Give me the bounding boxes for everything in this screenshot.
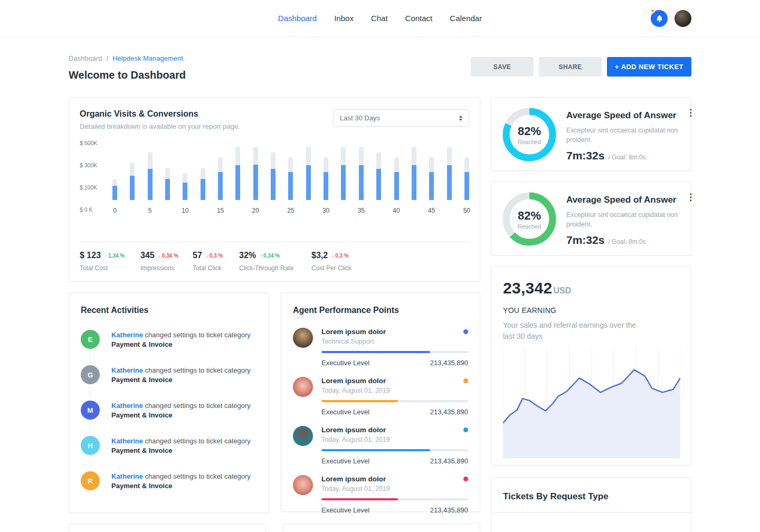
bars-area <box>112 141 469 200</box>
agent-subtitle: Technical Support <box>321 338 468 345</box>
donut-percent: 82% <box>518 209 541 223</box>
activity-item[interactable]: G Katherine changed settings to ticket c… <box>81 365 257 401</box>
organic-visits-title: Organic Visits & Conversions <box>80 109 240 119</box>
save-button[interactable]: SAVE <box>471 57 534 77</box>
activity-avatar: E <box>81 330 100 349</box>
partial-card-left <box>69 524 266 532</box>
y-tick-label: $ 300K <box>80 162 97 168</box>
trend-arrow-icon: ↓ <box>158 253 161 259</box>
agent-points-value: 213,435,890 <box>430 359 468 367</box>
kebab-menu-icon[interactable]: ⋮ <box>686 193 695 202</box>
activity-item[interactable]: R Katherine changed settings to ticket c… <box>81 471 257 490</box>
agent-row[interactable]: Lorem ipsum dolor Today, August 01, 2019… <box>293 475 468 514</box>
nav-item-dashboard[interactable]: Dashboard <box>278 14 317 23</box>
stat-delta-percent: 0,3 % <box>335 253 349 259</box>
agent-performance-title: Agent Performance Points <box>293 306 468 315</box>
agent-subtitle: Today, August 01, 2019 <box>321 436 468 443</box>
nav-item-contact[interactable]: Contact <box>405 14 433 23</box>
y-tick-label: $ 100K <box>80 184 97 191</box>
stat-delta-percent: 0,3 % <box>210 253 223 259</box>
activity-action-text: changed settings to ticket category <box>145 472 251 480</box>
donut-percent-caption: Reached <box>518 223 541 230</box>
activity-item[interactable]: M Katherine changed settings to ticket c… <box>81 401 257 436</box>
nav-item-chat[interactable]: Chat <box>371 14 388 23</box>
earnings-amount: 23,342 <box>503 279 553 297</box>
earnings-description: Your sales and referral earnings over th… <box>503 320 642 342</box>
agent-list: Lorem ipsum dolor Technical Support Exec… <box>293 328 468 514</box>
speed-donut-chart: 82% Reached <box>502 192 557 246</box>
agent-progress-fill <box>321 351 430 353</box>
activity-avatar: M <box>81 401 100 420</box>
activity-user-link[interactable]: Katherine <box>111 331 143 339</box>
bar <box>271 141 276 200</box>
agent-level-label: Executive Level <box>321 457 369 465</box>
agent-row[interactable]: Lorem ipsum dolor Today, August 01, 2019… <box>293 426 468 465</box>
donut-percent-caption: Reached <box>518 139 541 145</box>
nav-item-calendar[interactable]: Calendar <box>450 14 482 23</box>
agent-row[interactable]: Lorem ipsum dolor Today, August 01, 2019… <box>293 377 468 416</box>
tickets-chart-area <box>491 513 691 532</box>
add-new-ticket-button[interactable]: + ADD NEW TICKET <box>607 57 691 77</box>
stat-value: 32% <box>239 251 256 260</box>
stat-delta: ↑ 0,34 % <box>260 253 280 259</box>
stat-item: $3,2 ↓ 0,3 % Cost Per Click <box>311 251 352 272</box>
stat-value: $3,2 <box>311 251 328 260</box>
page-title: Welcome to Dashboard <box>69 69 186 81</box>
stat-delta-percent: 0,34 % <box>162 253 178 259</box>
trend-arrow-icon: ↓ <box>206 253 208 259</box>
period-select-value: Last 30 Days <box>340 114 380 122</box>
breadcrumb-current[interactable]: Helpdesk Management <box>112 54 183 62</box>
bar <box>324 141 328 200</box>
activity-action-text: changed settings to ticket category <box>145 437 251 445</box>
share-button[interactable]: SHARE <box>539 57 602 77</box>
trend-arrow-icon: ↑ <box>260 253 262 259</box>
activity-avatar: R <box>81 471 100 490</box>
agent-avatar <box>293 475 313 495</box>
chart-stats-row: $ 123 ↑ 1,34 % Total Cost 345 ↓ 0,34 % I… <box>80 242 469 272</box>
stat-label: Click-Through Rate <box>239 264 311 272</box>
recent-activities-title: Recent Activities <box>81 306 257 315</box>
activity-avatar: H <box>81 436 100 455</box>
organic-visits-subtitle: Detailed breakdown is available on your … <box>80 122 240 130</box>
speed-goal-value: / Goal: 8m:0s <box>608 154 645 161</box>
agent-status-dot <box>463 378 468 383</box>
agent-avatar <box>293 377 313 397</box>
speed-of-answer-card-2: 82% Reached ⋮ Average Speed of Answer Ex… <box>491 182 691 255</box>
agent-name: Lorem ipsum dolor <box>321 426 386 434</box>
breadcrumb-root[interactable]: Dashboard <box>69 54 102 62</box>
stat-item: $ 123 ↑ 1,34 % Total Cost <box>80 251 140 272</box>
topbar-right <box>651 10 691 27</box>
organic-bar-chart: $ 500K$ 300K$ 100K$ 0 K 0510152025303540… <box>80 141 469 207</box>
activity-item[interactable]: E Katherine changed settings to ticket c… <box>81 330 257 365</box>
agent-performance-card: Agent Performance Points Lorem ipsum dol… <box>281 292 480 512</box>
agent-progress-fill <box>321 449 430 451</box>
bar <box>112 141 117 200</box>
tickets-card-title: Tickets By Request Type <box>491 478 691 513</box>
agent-row[interactable]: Lorem ipsum dolor Technical Support Exec… <box>293 328 468 367</box>
nav-item-inbox[interactable]: Inbox <box>334 14 354 23</box>
page-header: Dashboard / Helpdesk Management Welcome … <box>69 54 691 81</box>
agent-progress-fill <box>321 498 398 500</box>
agent-points-value: 213,435,890 <box>430 408 468 416</box>
activity-user-link[interactable]: Katherine <box>111 402 143 410</box>
notifications-button[interactable] <box>651 10 668 27</box>
stat-value: 57 <box>193 251 202 260</box>
activity-item[interactable]: H Katherine changed settings to ticket c… <box>81 436 257 471</box>
activity-user-link[interactable]: Katherine <box>111 366 143 374</box>
bar <box>148 141 153 200</box>
recent-activities-card: Recent Activities E Katherine changed se… <box>69 292 269 513</box>
period-select[interactable]: Last 30 Days <box>333 109 469 127</box>
bar <box>201 141 205 200</box>
activity-target: Payment & Invoice <box>111 411 251 419</box>
stat-label: Total Cost <box>80 264 140 272</box>
user-avatar[interactable] <box>674 10 691 27</box>
activity-list: E Katherine changed settings to ticket c… <box>81 330 257 490</box>
organic-visits-card: Organic Visits & Conversions Detailed br… <box>69 97 480 282</box>
activity-user-link[interactable]: Katherine <box>111 437 143 445</box>
speed-card-description: Excepteur sint occaecat cupidatat non pr… <box>566 126 694 145</box>
agent-level-label: Executive Level <box>321 506 369 514</box>
kebab-menu-icon[interactable]: ⋮ <box>686 108 695 117</box>
agent-progress-track <box>321 351 468 353</box>
speed-donut-chart: 82% Reached <box>502 107 557 162</box>
activity-user-link[interactable]: Katherine <box>111 472 143 480</box>
